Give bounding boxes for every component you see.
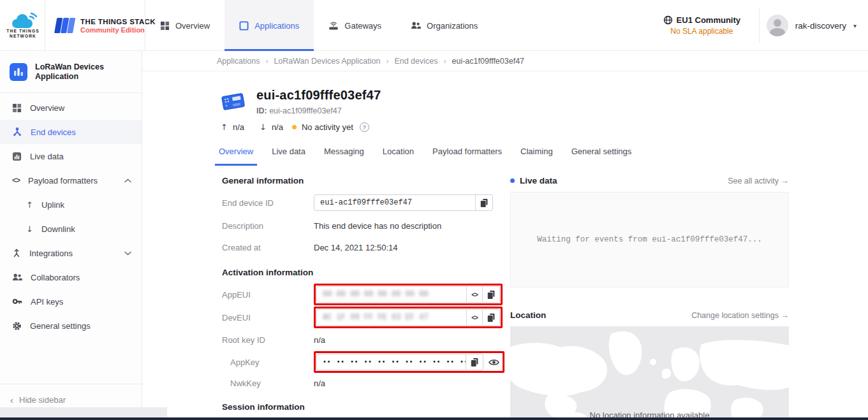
code-toggle-button[interactable]: <> xyxy=(466,310,482,325)
copy-button[interactable] xyxy=(482,310,499,325)
people-icon xyxy=(12,273,22,282)
chevron-down-icon[interactable] xyxy=(124,251,131,256)
tab-location[interactable]: Location xyxy=(379,144,418,166)
tts-logo[interactable]: THE THINGS STACK Community Edition xyxy=(52,0,143,51)
downlink-count: n/a xyxy=(272,122,283,132)
change-location-settings-link[interactable]: Change location settings → xyxy=(691,311,789,320)
nwkkey-label: NwkKey xyxy=(222,379,314,388)
deveui-annotation-box: AC 1F 09 FF FE 03 EF 47 <> xyxy=(314,307,503,328)
people-icon xyxy=(411,21,421,30)
tab-general-settings[interactable]: General settings xyxy=(568,144,636,166)
nav-organizations-label: Organizations xyxy=(427,21,478,31)
sidebar-app-header[interactable]: LoRaWan Devices Application xyxy=(0,51,142,93)
live-data-header: Live data See all activity → xyxy=(510,176,789,185)
app-window: THE THINGS NETWORK THE THINGS STACK Comm… xyxy=(0,0,868,420)
device-id-line: ID: eui-ac1f09fffe03ef47 xyxy=(256,106,381,115)
tab-overview[interactable]: Overview xyxy=(215,144,257,166)
sidebar-item-general-settings[interactable]: General settings xyxy=(0,314,142,338)
device-info-column: General information End device ID eui-ac… xyxy=(222,176,508,412)
reveal-eye-button[interactable] xyxy=(485,354,502,370)
tab-claiming[interactable]: Claiming xyxy=(517,144,557,166)
nav-overview-label: Overview xyxy=(175,21,210,31)
sidebar-item-label: Integrations xyxy=(29,249,73,258)
nav-gateways[interactable]: Gateways xyxy=(314,0,396,51)
sidebar-item-collaborators[interactable]: Collaborators xyxy=(0,265,142,289)
downlink-arrow-icon: ↓ xyxy=(260,122,267,132)
root-key-id-label: Root key ID xyxy=(222,335,314,345)
tab-messaging[interactable]: Messaging xyxy=(320,144,368,166)
help-icon[interactable]: ? xyxy=(360,122,369,132)
sidebar-item-label: Live data xyxy=(30,152,64,161)
live-data-empty-message: Waiting for events from eui-ac1f09fffe03… xyxy=(537,235,762,244)
sidebar-item-label: Overview xyxy=(30,103,64,113)
sidebar-item-label: Payload formatters xyxy=(28,176,98,185)
ttn-logo-line1: THE THINGS xyxy=(6,29,39,34)
top-header: THE THINGS NETWORK THE THINGS STACK Comm… xyxy=(0,0,868,51)
copy-button[interactable] xyxy=(475,195,492,210)
appkey-field: •• •• •• •• •• •• •• •• •• •• •• •• •• •… xyxy=(316,354,483,370)
bottom-edge-bar xyxy=(0,417,868,420)
chevron-up-icon[interactable] xyxy=(124,178,131,183)
breadcrumb-applications[interactable]: Applications xyxy=(217,57,260,66)
key-icon xyxy=(12,297,22,306)
copy-button[interactable] xyxy=(466,354,483,370)
nav-applications-label: Applications xyxy=(254,21,299,31)
sidebar-item-label: Uplink xyxy=(41,200,64,210)
breadcrumb-application[interactable]: LoRaWan Devices Application xyxy=(274,57,380,66)
location-header: Location Change location settings → xyxy=(510,310,789,320)
sidebar-item-downlink[interactable]: ↓ Downlink xyxy=(0,217,142,241)
sidebar-item-api-keys[interactable]: API keys xyxy=(0,289,142,314)
device-tabs: Overview Live data Messaging Location Pa… xyxy=(215,144,646,166)
grid-icon xyxy=(12,103,22,113)
globe-icon xyxy=(663,15,673,25)
sidebar-item-payload-formatters[interactable]: <> Payload formatters xyxy=(0,168,142,192)
ttn-logo-line2: NETWORK xyxy=(10,34,36,39)
location-map[interactable]: No location information available xyxy=(510,326,789,420)
end-device-id-input[interactable]: eui-ac1f09fffe03ef47 xyxy=(314,195,475,210)
appeui-label: AppEUI xyxy=(222,290,314,300)
user-menu[interactable]: rak-discovery ▾ xyxy=(767,0,857,51)
tab-live-data[interactable]: Live data xyxy=(268,144,309,166)
appkey-label: AppKey xyxy=(222,358,314,367)
sidebar-item-uplink[interactable]: ↑ Uplink xyxy=(0,192,142,217)
gateway-icon xyxy=(328,21,339,31)
breadcrumb-separator: › xyxy=(444,57,446,66)
header-nav: Overview Applications xyxy=(145,0,492,51)
uplink-count: n/a xyxy=(233,122,244,132)
nav-overview[interactable]: Overview xyxy=(145,0,224,51)
sidebar-item-end-devices[interactable]: End devices xyxy=(0,120,142,144)
nav-organizations[interactable]: Organizations xyxy=(396,0,492,51)
world-map-graphic xyxy=(510,326,789,420)
appeui-input[interactable]: 00 00 00 00 00 00 00 00 xyxy=(317,287,466,302)
cluster-sla: No SLA applicable xyxy=(670,27,733,36)
breadcrumb-end-devices[interactable]: End devices xyxy=(394,57,438,66)
arrow-up-icon: ↑ xyxy=(26,200,33,210)
activity-status-text: No activity yet xyxy=(302,122,353,132)
ttn-logo[interactable]: THE THINGS NETWORK xyxy=(3,0,43,51)
ttn-cloud-icon xyxy=(9,12,37,29)
appkey-input[interactable]: •• •• •• •• •• •• •• •• •• •• •• •• •• •… xyxy=(317,354,466,370)
nav-applications[interactable]: Applications xyxy=(224,0,314,51)
device-icon xyxy=(219,88,246,115)
applications-icon xyxy=(239,21,249,31)
created-at-value: Dec 14, 2021 12:50:14 xyxy=(314,243,398,252)
breadcrumb-separator: › xyxy=(386,57,388,66)
see-all-activity-link[interactable]: See all activity → xyxy=(728,177,789,185)
deveui-input[interactable]: AC 1F 09 FF FE 03 EF 47 xyxy=(317,310,466,325)
location-heading: Location xyxy=(510,310,546,320)
copy-button[interactable] xyxy=(482,287,499,302)
sidebar-item-label: General settings xyxy=(30,321,91,331)
description-value: This end device has no description xyxy=(314,221,441,231)
sidebar-item-integrations[interactable]: Integrations xyxy=(0,241,142,265)
grid-icon xyxy=(160,21,170,31)
integrations-icon xyxy=(12,249,21,258)
code-toggle-button[interactable]: <> xyxy=(466,287,482,302)
device-overview-page: eui-ac1f09fffe03ef47 ID: eui-ac1f09fffe0… xyxy=(142,71,868,420)
sidebar-item-label: End devices xyxy=(31,127,76,137)
tab-payload-formatters[interactable]: Payload formatters xyxy=(429,144,506,166)
general-information-heading: General information xyxy=(222,176,508,185)
sidebar-item-live-data[interactable]: Live data xyxy=(0,144,142,168)
sidebar-item-overview[interactable]: Overview xyxy=(0,96,142,120)
device-stats: ↑n/a ↓n/a No activity yet ? xyxy=(221,122,369,132)
deveui-label: DevEUI xyxy=(222,313,314,322)
